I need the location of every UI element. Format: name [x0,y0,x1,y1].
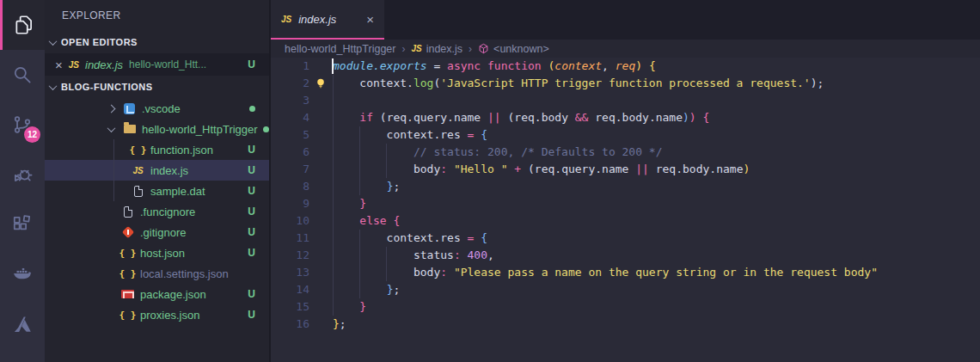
tree-item-sample-dat[interactable]: sample.datU [45,181,269,201]
npm-file-icon [120,290,135,298]
breadcrumb: hello-world_HttpTrigger›JSindex.js›<unkn… [271,40,980,58]
explorer-sidebar: EXPLORER OPEN EDITORS × JS index.js hell… [45,0,271,362]
code-line-9[interactable]: 9 } [271,195,980,212]
git-status-badge: U [248,226,255,238]
code-editor[interactable]: 1module.exports = async function (contex… [271,58,980,362]
js-file-icon: JS [281,15,291,24]
file-name: local.settings.json [140,267,229,280]
close-icon[interactable]: × [366,13,374,26]
tree-item-index-js[interactable]: JSindex.jsU [45,160,269,181]
git-file-icon [120,228,135,236]
breadcrumb-segment[interactable]: <unknown> [478,43,549,55]
line-number: 13 [271,264,309,281]
symbol-cube-icon [478,43,489,54]
activity-bar: 12 [0,0,45,362]
debug-icon [11,163,34,186]
git-status-badge: U [248,206,255,218]
tree-item-function-json[interactable]: { }function.jsonU [45,139,269,160]
text-cursor [332,58,334,74]
file-name: hello-world_HttpTrigger [142,123,258,136]
line-number: 15 [271,298,309,316]
code-line-2[interactable]: 2 context.log('JavaScript HTTP trigger f… [271,75,980,92]
breadcrumb-separator: › [469,43,472,55]
code-line-12[interactable]: 12 status: 400, [271,247,980,264]
tree-item--gitignore[interactable]: .gitignoreU [45,222,269,242]
extensions-icon [11,213,34,236]
line-number: 1 [271,58,309,75]
open-editor-item-indexjs[interactable]: × JS index.js hello-world_Htt... U [45,53,269,76]
azure-icon [11,313,34,335]
breadcrumb-segment[interactable]: hello-world_HttpTrigger [285,43,395,55]
line-number: 2 [271,75,309,92]
code-line-16[interactable]: 16}; [271,316,980,333]
modified-dot [263,126,269,132]
chevron-down-icon[interactable] [107,124,115,132]
tree-item--funcignore[interactable]: .funcignoreU [45,201,269,222]
code-line-13[interactable]: 13 body: "Please pass a name on the quer… [271,264,980,281]
tree-item-host-json[interactable]: { }host.jsonU [45,242,269,263]
line-number: 8 [271,178,309,195]
file-name: .funcignore [140,206,195,218]
chevron-down-icon [49,82,58,90]
code-line-5[interactable]: 5 context.res = { [271,126,980,144]
tree-item-proxies-json[interactable]: { }proxies.jsonU [45,304,269,325]
code-line-1[interactable]: 1module.exports = async function (contex… [271,58,980,75]
file-name: index.js [150,164,188,177]
line-number: 9 [271,195,309,212]
modified-dot [249,106,255,112]
tree-item-local-settings-json[interactable]: { }local.settings.json [45,263,269,284]
git-status-badge: U [248,144,255,156]
git-status-badge: U [248,247,255,259]
editor-area: JS index.js × hello-world_HttpTrigger›JS… [271,0,980,362]
activity-item-docker[interactable] [0,249,45,299]
line-number: 7 [271,161,309,178]
activity-item-debug[interactable] [0,150,45,199]
code-line-3[interactable]: 3 [271,92,980,109]
indent-guide [359,126,360,195]
braces-file-icon: { } [120,268,135,279]
tab-title: index.js [298,13,336,26]
code-line-7[interactable]: 7 body: "Hello " + (req.query.name || re… [271,161,980,178]
tree-item-package-json[interactable]: package.jsonU [45,284,269,304]
js-file-icon: JS [131,166,145,175]
sidebar-title: EXPLORER [45,0,269,31]
workspace-folder-header[interactable]: BLOG-FUNCTIONS [45,76,269,98]
chevron-down-icon [49,37,58,46]
file-name: function.json [150,144,213,156]
open-editors-header[interactable]: OPEN EDITORS [45,31,269,53]
breadcrumb-segment[interactable]: JSindex.js [411,43,462,55]
lightbulb-icon [309,75,333,92]
code-line-6[interactable]: 6 // status: 200, /* Defaults to 200 */ [271,144,980,161]
workspace-folder-label: BLOG-FUNCTIONS [61,82,153,92]
file-file-icon [131,186,145,197]
code-line-15[interactable]: 15 } [271,298,980,316]
activity-item-azure[interactable] [0,299,45,349]
activity-item-source-control[interactable]: 12 [0,100,45,150]
activity-item-extensions[interactable] [0,199,45,249]
search-icon [11,64,34,86]
code-line-8[interactable]: 8 }; [271,178,980,195]
activity-item-search[interactable] [0,50,45,100]
line-number: 10 [271,212,309,230]
tab-indexjs[interactable]: JS index.js × [271,0,384,40]
close-icon[interactable]: × [55,58,63,71]
code-line-4[interactable]: 4 if (req.query.name || (req.body && req… [271,109,980,126]
files-icon [13,14,35,36]
braces-file-icon: { } [131,144,145,156]
git-status-badge: U [248,58,255,71]
file-name: proxies.json [140,309,199,322]
code-line-14[interactable]: 14 }; [271,281,980,298]
indent-guide [386,144,387,178]
code-line-10[interactable]: 10 else { [271,212,980,230]
tree-item--vscode[interactable]: .vscode [45,98,269,119]
line-number: 16 [271,316,309,333]
file-name: .vscode [142,102,181,115]
activity-item-files[interactable] [0,0,45,50]
code-line-11[interactable]: 11 context.res = { [271,230,980,247]
line-number: 6 [271,144,309,161]
scm-changes-badge: 12 [24,126,40,143]
git-status-badge: U [248,185,255,197]
tree-item-hello-world-httptrigger[interactable]: hello-world_HttpTrigger [45,119,269,139]
chevron-right-icon[interactable] [107,104,115,113]
braces-file-icon: { } [120,310,135,321]
